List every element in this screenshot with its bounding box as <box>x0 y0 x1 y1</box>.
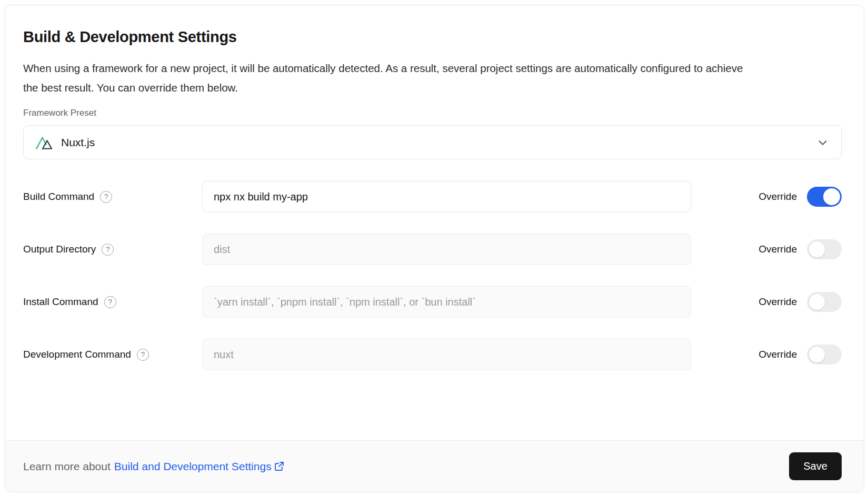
install-command-label-group: Install Command ? <box>23 296 202 308</box>
card-body: Build & Development Settings When using … <box>5 5 864 440</box>
development-command-override: Override <box>691 345 842 365</box>
nuxt-logo-icon <box>35 134 54 150</box>
card-footer: Learn more about Build and Development S… <box>5 440 864 492</box>
override-label: Override <box>759 244 797 255</box>
build-command-row: Build Command ? Override <box>23 181 842 212</box>
page-title: Build & Development Settings <box>23 28 842 46</box>
output-directory-input <box>202 234 691 265</box>
install-command-label: Install Command <box>23 296 98 308</box>
build-command-label-group: Build Command ? <box>23 191 202 203</box>
install-command-input <box>202 286 691 318</box>
settings-rows: Build Command ? Override Output Director… <box>23 181 842 370</box>
framework-preset-value: Nuxt.js <box>61 136 95 149</box>
development-command-label-group: Development Command ? <box>23 349 202 361</box>
build-command-input[interactable] <box>202 181 691 212</box>
build-settings-card: Build & Development Settings When using … <box>5 5 864 492</box>
learn-more-prefix: Learn more about <box>23 460 111 473</box>
build-command-override-toggle[interactable] <box>807 187 842 207</box>
framework-preset-label: Framework Preset <box>23 108 842 118</box>
help-icon[interactable]: ? <box>137 349 149 361</box>
external-link-icon <box>274 461 285 472</box>
chevron-down-icon <box>816 136 830 149</box>
output-directory-override: Override <box>691 239 842 259</box>
development-command-override-toggle[interactable] <box>807 345 842 365</box>
help-icon[interactable]: ? <box>100 191 112 203</box>
install-command-override-toggle[interactable] <box>807 292 842 312</box>
save-button[interactable]: Save <box>789 452 842 480</box>
settings-description: When using a framework for a new project… <box>23 58 760 97</box>
framework-preset-select[interactable]: Nuxt.js <box>23 125 842 159</box>
toggle-knob <box>809 293 825 310</box>
learn-more-link[interactable]: Build and Development Settings <box>114 460 272 473</box>
output-directory-override-toggle[interactable] <box>807 239 842 259</box>
toggle-knob <box>809 346 825 363</box>
output-directory-row: Output Directory ? Override <box>23 234 842 265</box>
development-command-input <box>202 339 691 370</box>
override-label: Override <box>759 349 797 360</box>
build-command-override: Override <box>691 187 842 207</box>
override-label: Override <box>759 191 797 203</box>
development-command-label: Development Command <box>23 349 131 360</box>
install-command-override: Override <box>691 292 842 312</box>
learn-more-text: Learn more about Build and Development S… <box>23 460 285 473</box>
toggle-knob <box>809 241 825 258</box>
toggle-knob <box>823 188 840 205</box>
install-command-row: Install Command ? Override <box>23 286 842 318</box>
output-directory-label: Output Directory <box>23 244 96 255</box>
help-icon[interactable]: ? <box>104 296 116 308</box>
build-command-label: Build Command <box>23 191 94 203</box>
help-icon[interactable]: ? <box>102 244 114 256</box>
development-command-row: Development Command ? Override <box>23 339 842 370</box>
output-directory-label-group: Output Directory ? <box>23 244 202 256</box>
override-label: Override <box>759 296 797 308</box>
